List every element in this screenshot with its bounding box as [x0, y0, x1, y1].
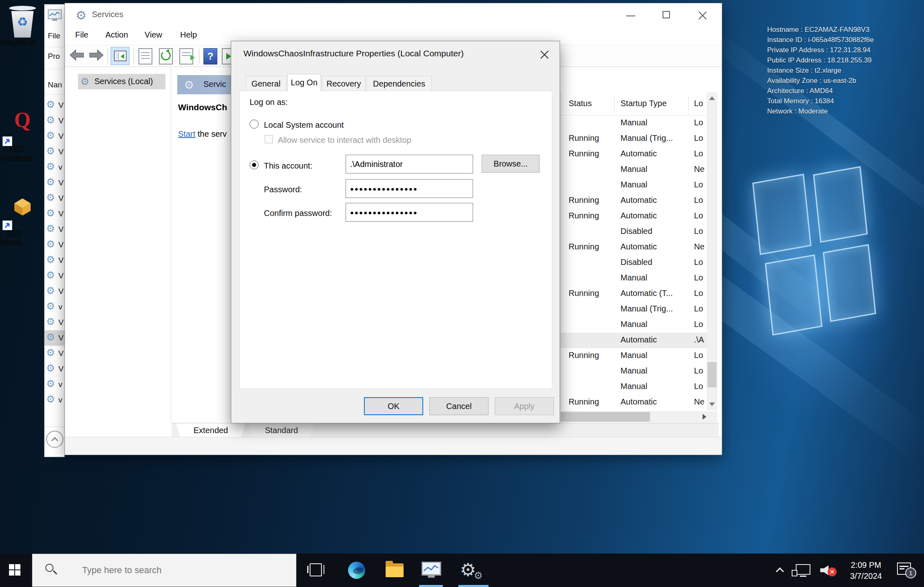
background-service-row[interactable]: ⚙V [45, 284, 65, 299]
radio-this-account-label[interactable]: This account: [264, 161, 312, 171]
show-console-tree-button[interactable] [111, 47, 129, 65]
tab-dependencies[interactable]: Dependencies [366, 76, 432, 91]
scrollbar-thumb[interactable] [560, 412, 650, 422]
service-row[interactable]: ManualLo [561, 178, 707, 193]
action-center-button[interactable]: 1 [897, 563, 917, 579]
menu-help[interactable]: Help [180, 30, 197, 40]
background-service-row[interactable]: ⚙V [45, 175, 65, 191]
edge-button[interactable] [343, 554, 370, 587]
service-row[interactable]: RunningAutomaticNe [561, 240, 707, 255]
checkbox-interact-desktop[interactable] [265, 135, 273, 143]
ok-button[interactable]: OK [364, 397, 423, 415]
services-taskbar-button[interactable]: ⚙ ⚙ [457, 554, 484, 587]
scroll-up-icon[interactable] [709, 96, 715, 100]
start-button[interactable] [0, 554, 30, 587]
scroll-down-icon[interactable] [709, 402, 715, 406]
background-service-row[interactable]: ⚙V [45, 144, 65, 160]
password-field[interactable] [346, 179, 473, 198]
background-service-row[interactable]: ⚙V [45, 129, 65, 144]
service-row[interactable]: ManualNe [561, 162, 707, 178]
apply-button[interactable]: Apply [495, 397, 554, 415]
network-icon[interactable] [796, 564, 810, 575]
tab-extended[interactable]: Extended [176, 423, 246, 437]
background-service-row[interactable]: ⚙v [45, 377, 65, 392]
scrollbar-thumb[interactable] [708, 362, 716, 387]
service-row[interactable]: RunningAutomaticLo [561, 209, 707, 224]
menu-view[interactable]: View [145, 30, 162, 40]
radio-local-system-label[interactable]: Local System account [264, 120, 344, 130]
cancel-button[interactable]: Cancel [429, 397, 489, 415]
service-row[interactable]: ManualLo [561, 317, 707, 333]
background-service-row[interactable]: ⚙v [45, 160, 65, 175]
service-row[interactable]: ManualLo [561, 379, 707, 395]
perfmon-taskbar-button[interactable] [417, 554, 444, 587]
service-row[interactable]: RunningManual (Trig...Lo [561, 131, 707, 147]
refresh-button[interactable] [159, 48, 173, 64]
dialog-close-button[interactable] [537, 47, 552, 62]
column-header-log-on-as[interactable]: Lo [694, 99, 703, 108]
desktop-icon-recycle-bin[interactable]: ♻ Recycle Bi [0, 6, 45, 38]
background-service-row[interactable]: ⚙V [45, 98, 65, 113]
service-row[interactable]: ManualLo [561, 271, 707, 286]
tab-log-on[interactable]: Log On [287, 74, 321, 91]
background-service-row[interactable]: ⚙V [45, 361, 65, 377]
background-service-row[interactable]: ⚙V [45, 206, 65, 222]
tree-item-services-local[interactable]: ⚙ Services (Local) [78, 74, 165, 89]
background-service-row[interactable]: ⚙v [45, 299, 65, 315]
account-field[interactable] [346, 155, 473, 173]
start-service-link[interactable]: Start [178, 129, 195, 138]
confirm-password-field[interactable] [346, 203, 473, 222]
volume-muted-icon[interactable]: ✕ [820, 563, 834, 577]
browse-button[interactable]: Browse... [482, 155, 540, 173]
background-window[interactable]: File Pro Nan ⚙V⚙V⚙V⚙V⚙v⚙V⚙V⚙V⚙V⚙V⚙V⚙V⚙V⚙… [44, 4, 65, 457]
menu-action[interactable]: Action [105, 30, 128, 40]
services-titlebar[interactable]: ⚙ Services [65, 3, 722, 26]
tab-general[interactable]: General [246, 76, 286, 91]
menu-file[interactable]: File [75, 30, 88, 40]
service-row[interactable]: RunningManualLo [561, 348, 707, 364]
task-view-button[interactable] [303, 554, 330, 587]
properties-button[interactable] [138, 48, 152, 64]
forward-button[interactable] [89, 48, 104, 64]
file-explorer-button[interactable] [381, 554, 408, 587]
desktop-icon-ec2-feedback[interactable]: Q EC2 Feedback [0, 109, 45, 145]
service-row[interactable]: RunningAutomaticLo [561, 147, 707, 162]
background-menu-file[interactable]: File [48, 31, 60, 40]
tab-recovery[interactable]: Recovery [322, 76, 366, 91]
vertical-scrollbar[interactable] [707, 92, 717, 410]
maximize-button[interactable] [653, 3, 680, 26]
horizontal-scrollbar[interactable] [560, 411, 717, 422]
radio-local-system[interactable] [250, 120, 259, 129]
background-service-row[interactable]: ⚙V [45, 113, 65, 129]
search-input[interactable] [81, 563, 277, 578]
tab-standard[interactable]: Standard [249, 423, 314, 437]
radio-this-account[interactable] [250, 160, 259, 169]
column-header-status[interactable]: Status [569, 99, 592, 108]
minimize-button[interactable] [617, 3, 644, 26]
background-service-row[interactable]: ⚙V [45, 315, 65, 330]
service-row[interactable]: Automatic.\A [561, 333, 707, 348]
background-service-row[interactable]: ⚙V [45, 253, 65, 268]
background-service-row[interactable]: ⚙V [45, 268, 65, 284]
column-divider[interactable] [614, 95, 615, 113]
background-service-row[interactable]: ⚙V [45, 346, 65, 361]
collapse-button[interactable] [46, 431, 63, 448]
service-row[interactable]: Manual (Trig...Lo [561, 302, 707, 317]
help-button[interactable]: ? [203, 48, 217, 64]
background-service-row[interactable]: ⚙V [45, 237, 65, 253]
column-divider[interactable] [688, 95, 689, 113]
column-header-startup-type[interactable]: Startup Type [620, 99, 667, 108]
background-name-column-header[interactable]: Nan [48, 80, 62, 89]
background-service-row[interactable]: ⚙V [45, 330, 65, 346]
taskbar-clock[interactable]: 2:09 PM 3/7/2024 [840, 559, 892, 581]
background-service-row[interactable]: ⚙V [45, 222, 65, 237]
service-row[interactable]: RunningAutomaticNe [561, 395, 707, 410]
desktop-icon-ec2-micro[interactable]: EC2 Micros... [0, 195, 45, 229]
close-button[interactable] [689, 3, 716, 26]
scroll-right-icon[interactable] [703, 414, 706, 420]
service-row[interactable]: DisabledLo [561, 255, 707, 271]
export-list-button[interactable] [179, 48, 193, 64]
dialog-titlebar[interactable]: WindowsChaosInfrastructure Properties (L… [231, 41, 560, 67]
background-service-row[interactable]: ⚙v [45, 392, 65, 408]
taskbar-search[interactable] [32, 554, 297, 587]
